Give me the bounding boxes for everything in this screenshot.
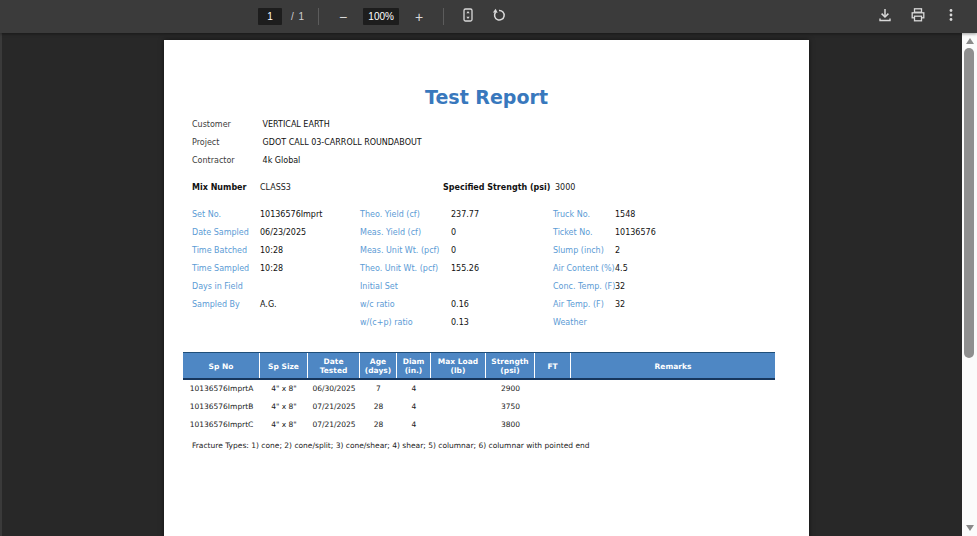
field-label: Meas. Yield (cf) xyxy=(360,224,451,242)
page-number-input[interactable]: 1 xyxy=(258,8,282,25)
field-label: Slump (inch) xyxy=(553,242,615,260)
field-value: 10:28 xyxy=(260,264,283,273)
scroll-up-button[interactable] xyxy=(962,34,977,48)
field-value: 10136576 xyxy=(615,228,656,237)
table-cell: 28 xyxy=(360,416,397,434)
mix-number-label: Mix Number xyxy=(192,179,246,197)
mix-number-value: CLASS3 xyxy=(260,179,291,197)
table-cell xyxy=(535,380,571,398)
report-info-block: Customer VERTICAL EARTH Project GDOT CAL… xyxy=(192,116,422,170)
table-cell: 07/21/2025 xyxy=(308,416,360,434)
field-label: w/c ratio xyxy=(360,296,451,314)
table-cell: 4 xyxy=(397,398,431,416)
print-button[interactable] xyxy=(908,5,928,29)
scrollbar[interactable] xyxy=(962,33,977,536)
field-label: Theo. Yield (cf) xyxy=(360,206,451,224)
field-label: Ticket No. xyxy=(553,224,615,242)
pdf-page: Test Report Customer VERTICAL EARTH Proj… xyxy=(164,40,809,536)
customer-value: VERTICAL EARTH xyxy=(263,120,330,129)
table-cell: 2900 xyxy=(486,380,535,398)
table-row: 10136576ImprtC 4" x 8" 07/21/2025 28 4 3… xyxy=(183,416,775,434)
table-cell: 7 xyxy=(360,380,397,398)
table-cell: 07/21/2025 xyxy=(308,398,360,416)
fit-page-button[interactable] xyxy=(457,5,479,29)
zoom-level-display[interactable]: 100% xyxy=(363,8,399,25)
kebab-menu-icon xyxy=(943,7,959,26)
rotate-counterclockwise-icon xyxy=(491,7,507,26)
specified-strength-label: Specified Strength (psi) xyxy=(443,179,551,197)
table-cell: 4" x 8" xyxy=(260,416,308,434)
page-count-label: / 1 xyxy=(291,11,305,22)
table-cell: 28 xyxy=(360,398,397,416)
rotate-button[interactable] xyxy=(488,5,510,29)
field-value: 0 xyxy=(451,246,456,255)
pdf-toolbar: 1 / 1 − 100% + xyxy=(0,0,977,33)
contractor-value: 4k Global xyxy=(263,156,301,165)
table-cell: 4 xyxy=(397,416,431,434)
field-label: Conc. Temp. (F) xyxy=(553,278,615,296)
table-cell: 4" x 8" xyxy=(260,380,308,398)
project-value: GDOT CALL 03-CARROLL ROUNDABOUT xyxy=(263,138,422,147)
specified-strength-value: 3000 xyxy=(555,179,575,197)
field-label: Sampled By xyxy=(192,296,260,314)
field-value: 06/23/2025 xyxy=(260,228,306,237)
table-cell: 06/30/2025 xyxy=(308,380,360,398)
field-value: 0.13 xyxy=(451,318,469,327)
table-cell xyxy=(571,398,775,416)
info-row-customer: Customer VERTICAL EARTH xyxy=(192,116,422,134)
fit-page-icon xyxy=(460,7,476,26)
table-cell: 10136576ImprtA xyxy=(183,380,260,398)
scrollbar-thumb[interactable] xyxy=(964,48,974,358)
zoom-in-button[interactable]: + xyxy=(408,5,430,29)
field-label: Date Sampled xyxy=(192,224,260,242)
fracture-types-note: Fracture Types: 1) cone; 2) cone/split; … xyxy=(192,441,590,450)
table-header-cell: Sp Size xyxy=(260,353,308,378)
table-header-cell: Diam (in.) xyxy=(397,353,431,378)
table-cell xyxy=(535,398,571,416)
toolbar-separator xyxy=(443,8,444,25)
field-value: 32 xyxy=(615,300,625,309)
fields-column-3: Truck No.1548 Ticket No.10136576 Slump (… xyxy=(553,206,656,332)
specimen-table-header: Sp No Sp Size Date Tested Age (days) Dia… xyxy=(183,352,775,380)
download-icon xyxy=(877,7,893,26)
zoom-out-button[interactable]: − xyxy=(332,5,354,29)
field-value: 237.77 xyxy=(451,210,479,219)
table-cell xyxy=(571,416,775,434)
download-button[interactable] xyxy=(875,5,895,29)
field-label: Time Sampled xyxy=(192,260,260,278)
table-cell xyxy=(535,416,571,434)
field-value: 0.16 xyxy=(451,300,469,309)
table-cell xyxy=(431,380,486,398)
field-label: Air Content (%) xyxy=(553,260,615,278)
table-cell: 3750 xyxy=(486,398,535,416)
toolbar-page-controls: 1 / 1 − 100% + xyxy=(258,0,510,33)
mix-number-row: Mix Number CLASS3 Specified Strength (ps… xyxy=(164,179,809,197)
table-header-cell: Sp No xyxy=(183,353,260,378)
report-title: Test Report xyxy=(164,86,809,108)
info-row-contractor: Contractor 4k Global xyxy=(192,152,422,170)
table-header-cell: Remarks xyxy=(571,353,775,378)
field-label: Set No. xyxy=(192,206,260,224)
contractor-label: Contractor xyxy=(192,152,260,170)
toolbar-separator xyxy=(318,8,319,25)
table-row: 10136576ImprtB 4" x 8" 07/21/2025 28 4 3… xyxy=(183,398,775,416)
field-value: 155.26 xyxy=(451,264,479,273)
pdf-viewport: Test Report Customer VERTICAL EARTH Proj… xyxy=(0,33,962,536)
field-label: w/(c+p) ratio xyxy=(360,314,451,332)
field-value: A.G. xyxy=(260,300,277,309)
print-icon xyxy=(910,7,926,26)
table-header-cell: Age (days) xyxy=(360,353,397,378)
more-options-button[interactable] xyxy=(941,5,961,29)
table-cell: 10136576ImprtC xyxy=(183,416,260,434)
field-label: Theo. Unit Wt. (pcf) xyxy=(360,260,451,278)
table-cell xyxy=(571,380,775,398)
field-label: Meas. Unit Wt. (pcf) xyxy=(360,242,451,260)
table-cell: 3800 xyxy=(486,416,535,434)
field-value: 4.5 xyxy=(615,264,628,273)
scroll-up-icon xyxy=(966,38,974,44)
table-row: 10136576ImprtA 4" x 8" 06/30/2025 7 4 29… xyxy=(183,380,775,398)
scroll-down-button[interactable] xyxy=(962,521,977,535)
table-cell: 4" x 8" xyxy=(260,398,308,416)
table-cell xyxy=(431,398,486,416)
project-label: Project xyxy=(192,134,260,152)
